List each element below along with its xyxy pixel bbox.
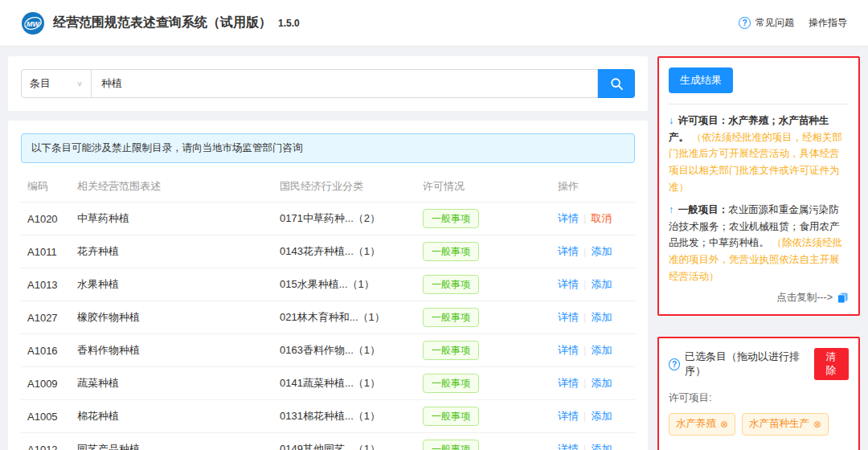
license-status-badge: 一般事项 (423, 242, 479, 261)
cell-license: 一般事项 (416, 301, 551, 334)
category-select[interactable]: 条目 ∨ (21, 69, 92, 98)
add-link[interactable]: 添加 (591, 278, 612, 290)
add-link[interactable]: 添加 (591, 410, 612, 422)
detail-link[interactable]: 详情 (558, 212, 579, 224)
cell-license: 一般事项 (416, 235, 551, 268)
action-divider: | (583, 377, 586, 389)
results-card: 以下条目可能涉及禁止限制目录，请向当地市场监管部门咨询 编码 相关经营范围表述 … (8, 121, 648, 450)
sort-help-icon[interactable]: ? (669, 358, 680, 370)
restriction-notice: 以下条目可能涉及禁止限制目录，请向当地市场监管部门咨询 (21, 133, 635, 163)
table-row: A1027橡胶作物种植021林木育种和...（1）一般事项详情|添加 (21, 301, 635, 334)
license-status-badge: 一般事项 (423, 374, 479, 393)
cell-description: 水果种植 (71, 268, 273, 301)
table-row: A1012园艺产品种植0149其他园艺...（1）一般事项详情|添加 (21, 433, 635, 450)
table-row: A1013水果种植015水果种植...（1）一般事项详情|添加 (21, 268, 635, 301)
add-link[interactable]: 添加 (591, 245, 612, 257)
licensed-items-paragraph: ↓ 许可项目：水产养殖；水产苗种生产。 （依法须经批准的项目，经相关部门批准后方… (669, 112, 849, 195)
cell-actions: 详情|添加 (551, 367, 635, 400)
col-header-industry: 国民经济行业分类 (273, 171, 416, 202)
cell-code: A1027 (21, 301, 71, 334)
close-circle-icon[interactable]: ⊗ (813, 418, 821, 432)
cell-description: 园艺产品种植 (71, 433, 273, 450)
general-label: 一般项目： (678, 204, 729, 215)
detail-link[interactable]: 详情 (558, 278, 579, 290)
detail-link[interactable]: 详情 (558, 410, 579, 422)
table-row: A1011花卉种植0143花卉种植...（1）一般事项详情|添加 (21, 235, 635, 268)
cell-industry: 021林木育种和...（1） (273, 301, 416, 334)
header-links: ? 常见问题 操作指导 (739, 16, 847, 30)
app-header: MW 经营范围规范表述查询系统（试用版） 1.5.0 ? 常见问题 操作指导 (0, 0, 868, 47)
table-row: A1005棉花种植0131棉花种植...（1）一般事项详情|添加 (21, 400, 635, 433)
generate-result-button[interactable]: 生成结果 (669, 68, 733, 93)
detail-link[interactable]: 详情 (558, 377, 579, 389)
license-status-badge: 一般事项 (423, 440, 479, 450)
cell-license: 一般事项 (416, 367, 551, 400)
tag-label: 水产养殖 (676, 417, 716, 432)
selected-panel-title: 已选条目（拖动以进行排序） (685, 350, 809, 378)
action-divider: | (583, 410, 586, 422)
copy-result-control[interactable]: 点击复制---> (669, 291, 849, 305)
cell-actions: 详情|取消 (551, 202, 635, 235)
cell-industry: 0163香料作物...（1） (273, 334, 416, 367)
search-button[interactable] (598, 69, 635, 98)
cell-code: A1012 (21, 433, 71, 450)
table-row: A1016香料作物种植0163香料作物...（1）一般事项详情|添加 (21, 334, 635, 367)
cell-code: A1009 (21, 367, 71, 400)
cell-code: A1011 (21, 235, 71, 268)
licensed-section-label: 许可项目: (669, 391, 849, 405)
faq-link[interactable]: 常见问题 (755, 16, 794, 30)
cell-description: 中草药种植 (71, 202, 273, 235)
detail-link[interactable]: 详情 (558, 311, 579, 323)
close-circle-icon[interactable]: ⊗ (720, 418, 728, 432)
detail-link[interactable]: 详情 (558, 344, 579, 356)
guide-link[interactable]: 操作指导 (809, 16, 847, 30)
license-status-badge: 一般事项 (423, 275, 479, 294)
cell-code: A1016 (21, 334, 71, 367)
action-divider: | (583, 212, 586, 224)
action-divider: | (583, 443, 586, 450)
detail-link[interactable]: 详情 (558, 443, 579, 450)
license-status-badge: 一般事项 (423, 308, 479, 327)
selected-item-tag[interactable]: 水产苗种生产⊗ (742, 413, 829, 436)
general-items-paragraph: ↑ 一般项目：农业面源和重金属污染防治技术服务；农业机械租赁；食用农产品批发；中… (669, 202, 849, 284)
selected-item-tag[interactable]: 水产养殖⊗ (669, 413, 735, 436)
app-logo-icon: MW (21, 11, 45, 35)
add-link[interactable]: 添加 (591, 377, 612, 389)
action-divider: | (583, 311, 586, 323)
left-column: 条目 ∨ 以下条目可能涉及禁止限制目录，请向当地市场监管部门咨询 编码 相关经营… (8, 56, 648, 450)
cancel-link[interactable]: 取消 (591, 212, 612, 224)
question-glyph: ? (742, 18, 747, 27)
copy-icon[interactable] (837, 292, 849, 304)
cell-actions: 详情|添加 (551, 301, 635, 334)
cell-license: 一般事项 (416, 268, 551, 301)
svg-text:MW: MW (27, 20, 40, 28)
col-header-desc: 相关经营范围表述 (71, 171, 273, 202)
question-glyph: ? (672, 360, 677, 369)
add-link[interactable]: 添加 (591, 311, 612, 323)
licensed-label: 许可项目： (678, 115, 729, 126)
license-status-badge: 一般事项 (423, 209, 479, 228)
arrow-up-icon: ↑ (669, 204, 674, 215)
cell-actions: 详情|添加 (551, 400, 635, 433)
question-circle-icon[interactable]: ? (739, 17, 751, 29)
cell-actions: 详情|添加 (551, 268, 635, 301)
license-status-badge: 一般事项 (423, 407, 479, 426)
chevron-down-icon: ∨ (76, 80, 83, 88)
detail-link[interactable]: 详情 (558, 245, 579, 257)
faq-group: ? 常见问题 (739, 16, 794, 30)
search-input[interactable] (92, 69, 598, 98)
clear-button[interactable]: 清除 (814, 348, 849, 380)
cell-code: A1020 (21, 202, 71, 235)
action-divider: | (583, 245, 586, 257)
results-table-body: A1020中草药种植0171中草药种...（2）一般事项详情|取消A1011花卉… (21, 202, 635, 450)
add-link[interactable]: 添加 (591, 344, 612, 356)
category-select-value: 条目 (30, 76, 51, 91)
cell-license: 一般事项 (416, 400, 551, 433)
cell-description: 花卉种植 (71, 235, 273, 268)
version-label: 1.5.0 (278, 18, 300, 29)
cell-description: 香料作物种植 (71, 334, 273, 367)
table-row: A1020中草药种植0171中草药种...（2）一般事项详情|取消 (21, 202, 635, 235)
results-table: 编码 相关经营范围表述 国民经济行业分类 许可情况 操作 A1020中草药种植0… (21, 171, 635, 450)
cell-description: 蔬菜种植 (71, 367, 273, 400)
add-link[interactable]: 添加 (591, 443, 612, 450)
